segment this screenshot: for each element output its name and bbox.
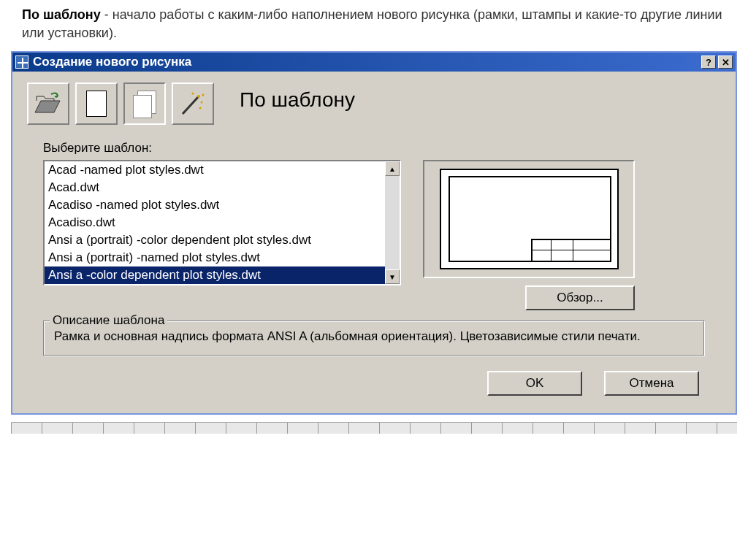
cancel-button[interactable]: Отмена bbox=[604, 371, 699, 396]
mode-title: По шаблону bbox=[240, 88, 355, 112]
listbox-scrollbar[interactable]: ▲ ▼ bbox=[385, 161, 400, 284]
list-item[interactable]: Acadiso -named plot styles.dwt bbox=[45, 196, 385, 214]
close-button[interactable]: ✕ bbox=[718, 55, 733, 69]
help-button[interactable]: ? bbox=[701, 55, 716, 69]
mode-row: По шаблону bbox=[27, 83, 721, 125]
template-pages-icon bbox=[133, 91, 156, 117]
list-item[interactable]: Acad -named plot styles.dwt bbox=[45, 161, 385, 179]
window-icon bbox=[15, 55, 28, 69]
blank-page-icon bbox=[86, 91, 107, 117]
start-from-scratch-button[interactable] bbox=[75, 83, 118, 125]
browse-button[interactable]: Обзор... bbox=[525, 285, 635, 310]
titlebar: Создание нового рисунка ? ✕ bbox=[12, 53, 736, 72]
preview-column: Обзор... bbox=[423, 160, 635, 310]
magic-wand-icon bbox=[178, 89, 207, 118]
list-item[interactable]: Ansi a -color dependent plot styles.dwt bbox=[45, 266, 385, 284]
template-preview bbox=[423, 160, 635, 278]
svg-point-1 bbox=[197, 95, 200, 98]
ok-button[interactable]: OK bbox=[487, 371, 582, 396]
dialog-body: По шаблону Выберите шаблон: Acad -named … bbox=[12, 72, 736, 413]
use-wizard-button[interactable] bbox=[172, 83, 214, 125]
middle-row: Acad -named plot styles.dwtAcad.dwtAcadi… bbox=[27, 160, 721, 310]
use-template-button[interactable] bbox=[123, 83, 166, 125]
svg-line-0 bbox=[183, 96, 199, 114]
scroll-up-button[interactable]: ▲ bbox=[385, 161, 400, 176]
titlebar-buttons: ? ✕ bbox=[701, 55, 733, 69]
window-title: Создание нового рисунка bbox=[33, 55, 701, 69]
list-item[interactable]: Acadiso.dwt bbox=[45, 214, 385, 231]
scroll-down-button[interactable]: ▼ bbox=[385, 269, 400, 284]
description-text: Рамка и основная надпись формата ANSI A … bbox=[54, 329, 694, 345]
folder-open-icon bbox=[34, 91, 63, 117]
svg-point-3 bbox=[192, 93, 194, 95]
list-item[interactable]: Acad.dwt bbox=[45, 179, 385, 196]
mode-buttons bbox=[27, 83, 214, 125]
description-groupbox: Описание шаблона Рамка и основная надпис… bbox=[43, 321, 705, 356]
description-legend: Описание шаблона bbox=[50, 313, 167, 328]
dialog-button-row: OK Отмена bbox=[27, 356, 721, 400]
intro-bold: По шаблону bbox=[22, 7, 101, 22]
open-drawing-button[interactable] bbox=[27, 83, 69, 125]
list-item[interactable]: Ansi a (portrait) -color dependent plot … bbox=[45, 231, 385, 249]
template-listbox[interactable]: Acad -named plot styles.dwtAcad.dwtAcadi… bbox=[43, 160, 401, 285]
bottom-ruler bbox=[11, 422, 737, 434]
select-template-label: Выберите шаблон: bbox=[43, 141, 721, 156]
svg-point-2 bbox=[201, 101, 203, 104]
dialog-window: Создание нового рисунка ? ✕ bbox=[11, 51, 737, 415]
intro-rest: - начало работы с каким-либо наполнением… bbox=[22, 7, 722, 40]
list-item[interactable]: Ansi a (portrait) -named plot styles.dwt bbox=[45, 249, 385, 266]
svg-point-5 bbox=[199, 107, 202, 110]
svg-point-4 bbox=[202, 94, 205, 96]
intro-text: По шаблону - начало работы с каким-либо … bbox=[0, 0, 748, 51]
preview-drawing bbox=[440, 169, 619, 269]
